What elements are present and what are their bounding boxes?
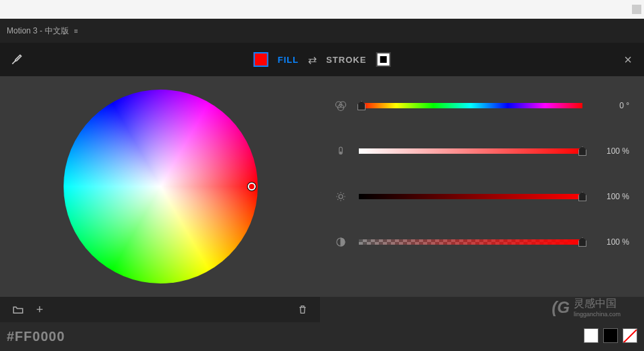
- app-title: Motion 3 - 中文版: [7, 25, 69, 37]
- brightness-handle[interactable]: [578, 192, 586, 201]
- saturation-value: 100 %: [601, 146, 629, 156]
- alpha-slider[interactable]: [359, 239, 582, 245]
- hue-handle[interactable]: [357, 101, 366, 110]
- brightness-slider-row: 100 %: [335, 191, 629, 203]
- wheel-picker-handle[interactable]: [248, 183, 256, 191]
- title-bar: Motion 3 - 中文版 ≡: [0, 19, 644, 43]
- hue-value: 0 °: [601, 101, 629, 110]
- saturation-slider-row: 100 %: [335, 145, 629, 157]
- fill-tab[interactable]: FILL: [278, 55, 299, 65]
- hue-slider-row: 0 °: [335, 100, 629, 112]
- stroke-swatch[interactable]: [376, 52, 390, 67]
- window-chrome: [0, 0, 644, 19]
- add-icon[interactable]: +: [36, 303, 44, 317]
- preset-none[interactable]: [623, 328, 637, 343]
- svg-point-4: [340, 152, 341, 153]
- svg-point-5: [339, 195, 343, 199]
- watermark: (G 灵感中国 lingganchina.com: [552, 297, 621, 318]
- saturation-icon: [335, 145, 347, 157]
- brightness-slider[interactable]: [359, 194, 582, 199]
- window-control[interactable]: [632, 5, 641, 14]
- brightness-icon: [335, 191, 347, 203]
- fill-swatch[interactable]: [254, 52, 268, 67]
- hex-input[interactable]: #FF0000: [7, 329, 65, 344]
- eyedropper-icon[interactable]: [10, 53, 23, 66]
- alpha-handle[interactable]: [578, 237, 586, 247]
- main-panel: 0 ° 100 % 100 % 100 %: [0, 76, 644, 297]
- close-icon[interactable]: ×: [624, 52, 632, 68]
- saturation-slider[interactable]: [359, 148, 582, 154]
- toolbar: FILL ⇄ STROKE ×: [0, 43, 644, 76]
- alpha-slider-row: 100 %: [335, 236, 629, 248]
- hex-row: #FF0000: [0, 322, 644, 351]
- folder-icon[interactable]: [12, 304, 24, 316]
- saturation-handle[interactable]: [578, 146, 586, 156]
- brightness-value: 100 %: [601, 192, 629, 201]
- watermark-logo: (G: [552, 298, 570, 317]
- trash-icon[interactable]: [297, 304, 308, 315]
- swap-icon[interactable]: ⇄: [308, 53, 317, 66]
- preset-toolbar: +: [0, 297, 320, 322]
- color-wheel-area: [0, 76, 321, 297]
- alpha-value: 100 %: [601, 237, 629, 247]
- stroke-tab[interactable]: STROKE: [326, 55, 366, 65]
- preset-white[interactable]: [584, 328, 598, 343]
- watermark-url: lingganchina.com: [574, 311, 621, 318]
- preset-black[interactable]: [603, 328, 618, 343]
- menu-icon[interactable]: ≡: [74, 27, 78, 35]
- watermark-name: 灵感中国: [574, 298, 617, 309]
- color-wheel[interactable]: [64, 90, 258, 283]
- hue-slider[interactable]: [359, 103, 582, 108]
- hue-icon: [335, 100, 347, 112]
- alpha-icon: [335, 236, 347, 248]
- sliders-area: 0 ° 100 % 100 % 100 %: [321, 76, 643, 297]
- preset-swatches: [584, 328, 637, 343]
